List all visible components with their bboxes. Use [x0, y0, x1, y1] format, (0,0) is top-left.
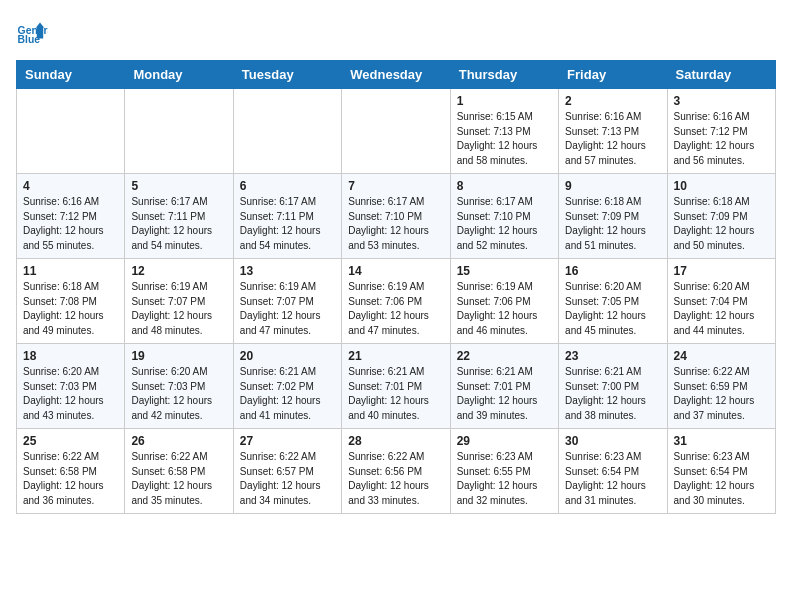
calendar-week-row: 11Sunrise: 6:18 AMSunset: 7:08 PMDayligh…	[17, 259, 776, 344]
cell-info: Sunrise: 6:21 AMSunset: 7:02 PMDaylight:…	[240, 365, 335, 423]
logo-icon: General Blue	[16, 16, 48, 48]
day-number: 16	[565, 264, 660, 278]
day-number: 18	[23, 349, 118, 363]
calendar-cell	[17, 89, 125, 174]
logo: General Blue	[16, 16, 48, 48]
day-number: 11	[23, 264, 118, 278]
page-header: General Blue	[16, 16, 776, 48]
cell-info: Sunrise: 6:15 AMSunset: 7:13 PMDaylight:…	[457, 110, 552, 168]
day-number: 22	[457, 349, 552, 363]
day-header-thursday: Thursday	[450, 61, 558, 89]
day-number: 1	[457, 94, 552, 108]
cell-info: Sunrise: 6:19 AMSunset: 7:06 PMDaylight:…	[348, 280, 443, 338]
day-number: 28	[348, 434, 443, 448]
calendar-cell: 31Sunrise: 6:23 AMSunset: 6:54 PMDayligh…	[667, 429, 775, 514]
cell-info: Sunrise: 6:22 AMSunset: 6:58 PMDaylight:…	[23, 450, 118, 508]
calendar-cell: 22Sunrise: 6:21 AMSunset: 7:01 PMDayligh…	[450, 344, 558, 429]
cell-info: Sunrise: 6:21 AMSunset: 7:01 PMDaylight:…	[348, 365, 443, 423]
calendar-cell: 28Sunrise: 6:22 AMSunset: 6:56 PMDayligh…	[342, 429, 450, 514]
day-header-wednesday: Wednesday	[342, 61, 450, 89]
day-header-sunday: Sunday	[17, 61, 125, 89]
cell-info: Sunrise: 6:17 AMSunset: 7:11 PMDaylight:…	[240, 195, 335, 253]
day-number: 24	[674, 349, 769, 363]
calendar-cell: 26Sunrise: 6:22 AMSunset: 6:58 PMDayligh…	[125, 429, 233, 514]
day-number: 20	[240, 349, 335, 363]
cell-info: Sunrise: 6:18 AMSunset: 7:09 PMDaylight:…	[565, 195, 660, 253]
day-header-monday: Monday	[125, 61, 233, 89]
cell-info: Sunrise: 6:18 AMSunset: 7:08 PMDaylight:…	[23, 280, 118, 338]
calendar-cell: 7Sunrise: 6:17 AMSunset: 7:10 PMDaylight…	[342, 174, 450, 259]
cell-info: Sunrise: 6:20 AMSunset: 7:03 PMDaylight:…	[23, 365, 118, 423]
cell-info: Sunrise: 6:19 AMSunset: 7:07 PMDaylight:…	[131, 280, 226, 338]
calendar-week-row: 1Sunrise: 6:15 AMSunset: 7:13 PMDaylight…	[17, 89, 776, 174]
calendar-cell	[125, 89, 233, 174]
cell-info: Sunrise: 6:18 AMSunset: 7:09 PMDaylight:…	[674, 195, 769, 253]
calendar-cell: 19Sunrise: 6:20 AMSunset: 7:03 PMDayligh…	[125, 344, 233, 429]
calendar-cell: 18Sunrise: 6:20 AMSunset: 7:03 PMDayligh…	[17, 344, 125, 429]
cell-info: Sunrise: 6:16 AMSunset: 7:13 PMDaylight:…	[565, 110, 660, 168]
calendar-cell: 30Sunrise: 6:23 AMSunset: 6:54 PMDayligh…	[559, 429, 667, 514]
calendar-cell: 24Sunrise: 6:22 AMSunset: 6:59 PMDayligh…	[667, 344, 775, 429]
calendar-cell: 23Sunrise: 6:21 AMSunset: 7:00 PMDayligh…	[559, 344, 667, 429]
calendar-cell: 3Sunrise: 6:16 AMSunset: 7:12 PMDaylight…	[667, 89, 775, 174]
cell-info: Sunrise: 6:20 AMSunset: 7:04 PMDaylight:…	[674, 280, 769, 338]
calendar-cell: 13Sunrise: 6:19 AMSunset: 7:07 PMDayligh…	[233, 259, 341, 344]
cell-info: Sunrise: 6:23 AMSunset: 6:54 PMDaylight:…	[565, 450, 660, 508]
day-number: 17	[674, 264, 769, 278]
cell-info: Sunrise: 6:21 AMSunset: 7:01 PMDaylight:…	[457, 365, 552, 423]
day-number: 10	[674, 179, 769, 193]
day-number: 13	[240, 264, 335, 278]
day-number: 5	[131, 179, 226, 193]
cell-info: Sunrise: 6:17 AMSunset: 7:10 PMDaylight:…	[457, 195, 552, 253]
cell-info: Sunrise: 6:23 AMSunset: 6:54 PMDaylight:…	[674, 450, 769, 508]
calendar-week-row: 4Sunrise: 6:16 AMSunset: 7:12 PMDaylight…	[17, 174, 776, 259]
day-header-tuesday: Tuesday	[233, 61, 341, 89]
calendar-cell: 20Sunrise: 6:21 AMSunset: 7:02 PMDayligh…	[233, 344, 341, 429]
calendar-cell	[342, 89, 450, 174]
cell-info: Sunrise: 6:19 AMSunset: 7:07 PMDaylight:…	[240, 280, 335, 338]
day-number: 30	[565, 434, 660, 448]
cell-info: Sunrise: 6:22 AMSunset: 6:56 PMDaylight:…	[348, 450, 443, 508]
calendar-cell: 25Sunrise: 6:22 AMSunset: 6:58 PMDayligh…	[17, 429, 125, 514]
day-number: 14	[348, 264, 443, 278]
calendar-cell: 9Sunrise: 6:18 AMSunset: 7:09 PMDaylight…	[559, 174, 667, 259]
day-number: 8	[457, 179, 552, 193]
calendar-cell: 2Sunrise: 6:16 AMSunset: 7:13 PMDaylight…	[559, 89, 667, 174]
cell-info: Sunrise: 6:21 AMSunset: 7:00 PMDaylight:…	[565, 365, 660, 423]
calendar-week-row: 25Sunrise: 6:22 AMSunset: 6:58 PMDayligh…	[17, 429, 776, 514]
cell-info: Sunrise: 6:16 AMSunset: 7:12 PMDaylight:…	[23, 195, 118, 253]
cell-info: Sunrise: 6:22 AMSunset: 6:58 PMDaylight:…	[131, 450, 226, 508]
calendar-cell: 17Sunrise: 6:20 AMSunset: 7:04 PMDayligh…	[667, 259, 775, 344]
day-number: 21	[348, 349, 443, 363]
day-header-friday: Friday	[559, 61, 667, 89]
day-number: 25	[23, 434, 118, 448]
calendar-cell: 21Sunrise: 6:21 AMSunset: 7:01 PMDayligh…	[342, 344, 450, 429]
cell-info: Sunrise: 6:17 AMSunset: 7:10 PMDaylight:…	[348, 195, 443, 253]
day-number: 12	[131, 264, 226, 278]
calendar-cell: 6Sunrise: 6:17 AMSunset: 7:11 PMDaylight…	[233, 174, 341, 259]
calendar-cell: 10Sunrise: 6:18 AMSunset: 7:09 PMDayligh…	[667, 174, 775, 259]
cell-info: Sunrise: 6:16 AMSunset: 7:12 PMDaylight:…	[674, 110, 769, 168]
day-number: 31	[674, 434, 769, 448]
calendar-cell: 14Sunrise: 6:19 AMSunset: 7:06 PMDayligh…	[342, 259, 450, 344]
day-number: 19	[131, 349, 226, 363]
calendar-cell: 16Sunrise: 6:20 AMSunset: 7:05 PMDayligh…	[559, 259, 667, 344]
cell-info: Sunrise: 6:22 AMSunset: 6:59 PMDaylight:…	[674, 365, 769, 423]
calendar-cell	[233, 89, 341, 174]
calendar-cell: 1Sunrise: 6:15 AMSunset: 7:13 PMDaylight…	[450, 89, 558, 174]
cell-info: Sunrise: 6:22 AMSunset: 6:57 PMDaylight:…	[240, 450, 335, 508]
cell-info: Sunrise: 6:20 AMSunset: 7:05 PMDaylight:…	[565, 280, 660, 338]
day-header-saturday: Saturday	[667, 61, 775, 89]
cell-info: Sunrise: 6:20 AMSunset: 7:03 PMDaylight:…	[131, 365, 226, 423]
calendar-table: SundayMondayTuesdayWednesdayThursdayFrid…	[16, 60, 776, 514]
calendar-cell: 4Sunrise: 6:16 AMSunset: 7:12 PMDaylight…	[17, 174, 125, 259]
calendar-cell: 29Sunrise: 6:23 AMSunset: 6:55 PMDayligh…	[450, 429, 558, 514]
calendar-week-row: 18Sunrise: 6:20 AMSunset: 7:03 PMDayligh…	[17, 344, 776, 429]
day-number: 7	[348, 179, 443, 193]
day-number: 29	[457, 434, 552, 448]
day-number: 23	[565, 349, 660, 363]
day-number: 2	[565, 94, 660, 108]
calendar-cell: 27Sunrise: 6:22 AMSunset: 6:57 PMDayligh…	[233, 429, 341, 514]
cell-info: Sunrise: 6:23 AMSunset: 6:55 PMDaylight:…	[457, 450, 552, 508]
day-number: 26	[131, 434, 226, 448]
